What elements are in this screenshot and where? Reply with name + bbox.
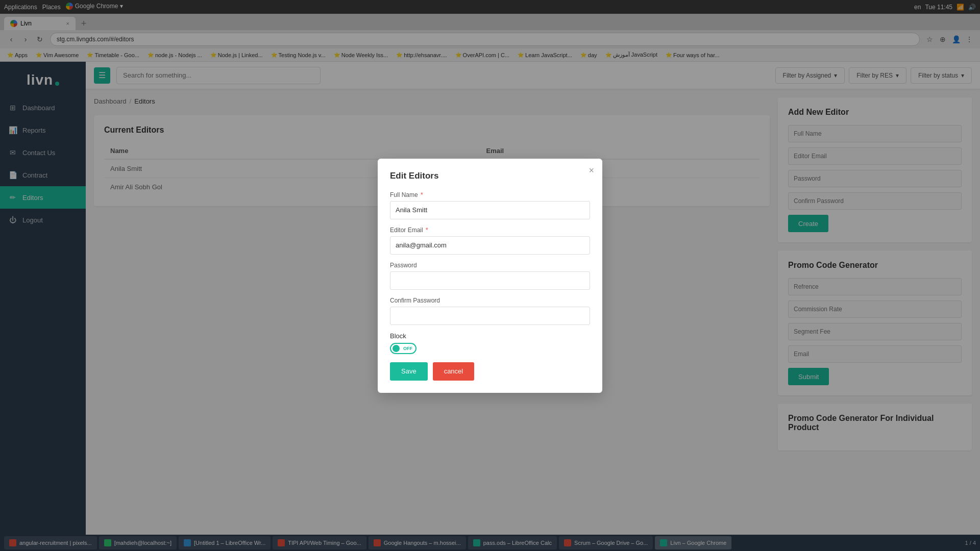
modal-close-btn[interactable]: ×: [589, 166, 594, 175]
modal-fullname-input[interactable]: [390, 201, 590, 219]
modal-fullname-group: Full Name *: [390, 191, 590, 219]
toggle-state: OFF: [403, 346, 412, 351]
modal-overlay[interactable]: Edit Editors × Full Name * Editor Email …: [0, 0, 980, 535]
modal-email-input[interactable]: [390, 236, 590, 255]
modal-confirm-password-label: Confirm Password: [390, 297, 590, 304]
modal-password-group: Password: [390, 262, 590, 290]
modal-password-label: Password: [390, 262, 590, 269]
modal-email-label: Editor Email *: [390, 227, 590, 234]
block-toggle[interactable]: OFF: [390, 343, 416, 354]
modal-title: Edit Editors: [390, 171, 590, 181]
block-label: Block: [390, 332, 590, 340]
block-section: Block OFF: [390, 332, 590, 354]
modal-password-input[interactable]: [390, 271, 590, 290]
modal-confirm-password-group: Confirm Password: [390, 297, 590, 325]
edit-editors-modal: Edit Editors × Full Name * Editor Email …: [378, 159, 602, 393]
modal-cancel-btn[interactable]: cancel: [433, 362, 475, 381]
modal-email-group: Editor Email *: [390, 227, 590, 255]
modal-save-btn[interactable]: Save: [390, 362, 428, 381]
modal-confirm-password-input[interactable]: [390, 307, 590, 325]
modal-actions: Save cancel: [390, 362, 590, 381]
toggle-knob: [393, 345, 400, 352]
modal-fullname-label: Full Name *: [390, 191, 590, 198]
